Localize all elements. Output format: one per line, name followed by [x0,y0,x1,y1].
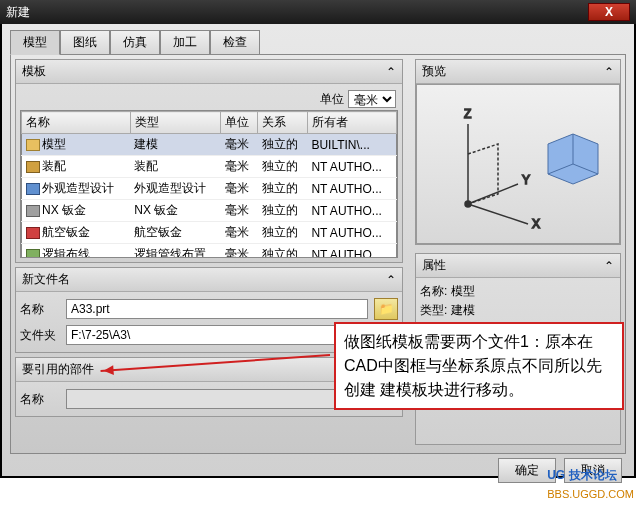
folder-input[interactable] [66,325,368,345]
col-owner[interactable]: 所有者 [307,112,396,134]
svg-point-6 [465,201,471,207]
property-row: 名称: 模型 [420,282,616,301]
refpart-title: 要引用的部件 [22,361,94,378]
property-row: 类型: 建模 [420,301,616,320]
close-button[interactable]: X [588,3,630,21]
col-rel[interactable]: 关系 [258,112,308,134]
collapse-icon[interactable]: ⌃ [604,259,614,273]
folder-icon: 📁 [379,302,394,316]
newfile-title: 新文件名 [22,271,70,288]
row-icon [26,249,40,258]
refname-label: 名称 [20,391,60,408]
properties-title: 属性 [422,257,446,274]
row-icon [26,161,40,173]
tab-model[interactable]: 模型 [10,30,60,55]
window-title: 新建 [6,4,588,21]
folder-label: 文件夹 [20,327,60,344]
table-row[interactable]: 逻辑布线逻辑管线布置毫米独立的NT AUTHO... [22,244,397,259]
preview-group: 预览⌃ Z X Y [415,59,621,245]
preview-canvas: Z X Y [416,84,620,244]
tab-machining[interactable]: 加工 [160,30,210,54]
row-icon [26,205,40,217]
tab-drawing[interactable]: 图纸 [60,30,110,54]
row-icon [26,139,40,151]
close-icon: X [605,5,613,19]
col-type[interactable]: 类型 [130,112,220,134]
table-row[interactable]: NX 钣金NX 钣金毫米独立的NT AUTHO... [22,200,397,222]
title-bar: 新建 X [0,0,636,24]
table-row[interactable]: 装配装配毫米独立的NT AUTHO... [22,156,397,178]
template-table: 名称 类型 单位 关系 所有者 模型建模毫米独立的BUILTIN\...装配装配… [21,111,397,258]
refname-input[interactable] [66,389,368,409]
collapse-icon[interactable]: ⌃ [386,65,396,79]
main-tabs: 模型 图纸 仿真 加工 检查 [6,28,630,54]
svg-text:Y: Y [522,173,530,187]
table-row[interactable]: 模型建模毫米独立的BUILTIN\... [22,134,397,156]
table-row[interactable]: 航空钣金航空钣金毫米独立的NT AUTHO... [22,222,397,244]
svg-line-2 [468,204,528,224]
name-browse-button[interactable]: 📁 [374,298,398,320]
collapse-icon[interactable]: ⌃ [386,273,396,287]
preview-title: 预览 [422,63,446,80]
row-icon [26,227,40,239]
unit-select[interactable]: 毫米 [348,90,396,108]
col-name[interactable]: 名称 [22,112,131,134]
table-row[interactable]: 外观造型设计外观造型设计毫米独立的NT AUTHO... [22,178,397,200]
row-icon [26,183,40,195]
axis-icon: Z X Y [428,94,608,234]
annotation-callout: 做图纸模板需要两个文件1：原本在CAD中图框与坐标系原点不同所以先创建 建模板块… [334,322,624,410]
svg-text:X: X [532,217,540,231]
tab-inspection[interactable]: 检查 [210,30,260,54]
col-unit[interactable]: 单位 [221,112,258,134]
name-input[interactable] [66,299,368,319]
collapse-icon[interactable]: ⌃ [604,65,614,79]
unit-label: 单位 [320,91,344,108]
template-group: 模板⌃ 单位 毫米 名称 类型 单位 关系 [15,59,403,263]
watermark: UG 技术论坛BBS.UGGD.COM [547,465,634,502]
name-label: 名称 [20,301,60,318]
template-title: 模板 [22,63,46,80]
tab-simulation[interactable]: 仿真 [110,30,160,54]
svg-text:Z: Z [464,107,471,121]
